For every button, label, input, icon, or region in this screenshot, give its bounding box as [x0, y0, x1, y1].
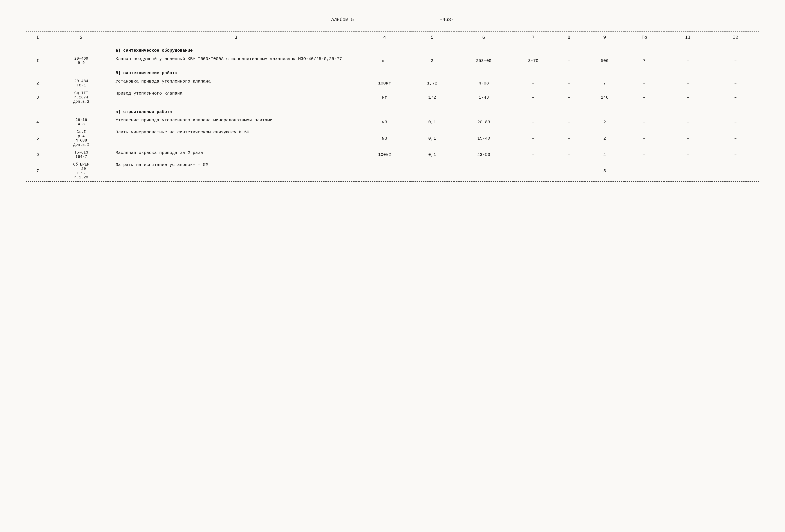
- section-b-num: [26, 67, 50, 77]
- row6-col8: –: [553, 149, 585, 160]
- row2-col5: 1,72: [410, 77, 454, 89]
- row7-col9: 5: [585, 160, 625, 181]
- row4-col6: 20-83: [454, 116, 513, 128]
- page-header: Альбом 5 -463-: [26, 17, 759, 23]
- row2-col4: 100кг: [359, 77, 410, 89]
- row4-col7: –: [513, 116, 553, 128]
- row4-col8: –: [553, 116, 585, 128]
- row1-col12: –: [712, 55, 759, 67]
- page-number: -463-: [440, 17, 454, 23]
- row6-col6: 43-50: [454, 149, 513, 160]
- col-header-9: 9: [585, 31, 625, 44]
- data-row-3: 3 Сщ.III п.2674 Доп.в.2 Привод утепленно…: [26, 89, 759, 105]
- row7-code: Сб.ЕРЕР – 20 т.ч. п.1.20: [50, 160, 113, 181]
- row3-col7: –: [513, 89, 553, 105]
- col-header-4: 4: [359, 31, 410, 44]
- row5-col9: 2: [585, 128, 625, 149]
- row5-num: 5: [26, 128, 50, 149]
- row3-col4: кг: [359, 89, 410, 105]
- row1-col5: 2: [410, 55, 454, 67]
- row7-col7: –: [513, 160, 553, 181]
- row6-code: I5-6I3 I64-7: [50, 149, 113, 160]
- section-c-code: [50, 105, 113, 116]
- row5-col12: –: [712, 128, 759, 149]
- row2-desc: Установка привода утепленного клапана: [113, 77, 359, 89]
- row3-desc: Привод утепленного клапана: [113, 89, 359, 105]
- data-row-5: 5 Сщ.I р.4 п.688 Доп.в.I Плиты минералов…: [26, 128, 759, 149]
- data-row-4: 4 26-16 4-3 Утепление привода утепленног…: [26, 116, 759, 128]
- row6-desc: Масляная окраска привода за 2 раза: [113, 149, 359, 160]
- row5-col8: –: [553, 128, 585, 149]
- data-row-2: 2 20-484 ТО-1 Установка привода утепленн…: [26, 77, 759, 89]
- row4-col10: –: [625, 116, 664, 128]
- row1-desc: Клапан воздушный утепленный КВУ I600×I00…: [113, 55, 359, 67]
- row4-num: 4: [26, 116, 50, 128]
- row5-col7: –: [513, 128, 553, 149]
- row6-num: 6: [26, 149, 50, 160]
- row7-col11: –: [664, 160, 712, 181]
- col-header-5: 5: [410, 31, 454, 44]
- row2-num: 2: [26, 77, 50, 89]
- row3-col12: –: [712, 89, 759, 105]
- row5-col11: –: [664, 128, 712, 149]
- row2-col7: –: [513, 77, 553, 89]
- row5-col10: –: [625, 128, 664, 149]
- col-header-7: 7: [513, 31, 553, 44]
- col-header-2: 2: [50, 31, 113, 44]
- row7-num: 7: [26, 160, 50, 181]
- column-header-row: I 2 3 4 5 6 7 8 9 То II I2: [26, 31, 759, 44]
- col-header-8: 8: [553, 31, 585, 44]
- col-header-10: То: [625, 31, 664, 44]
- row7-col12: –: [712, 160, 759, 181]
- row6-col4: 100м2: [359, 149, 410, 160]
- main-table-container: I 2 3 4 5 6 7 8 9 То II I2: [26, 31, 759, 182]
- row1-num: I: [26, 55, 50, 67]
- row7-col10: –: [625, 160, 664, 181]
- section-c-row: в) строительные работы: [26, 105, 759, 116]
- row4-col9: 2: [585, 116, 625, 128]
- row5-code: Сщ.I р.4 п.688 Доп.в.I: [50, 128, 113, 149]
- row1-col6: 253-00: [454, 55, 513, 67]
- row2-col9: 7: [585, 77, 625, 89]
- row5-col5: 0,1: [410, 128, 454, 149]
- row1-col11: –: [664, 55, 712, 67]
- row4-col4: м3: [359, 116, 410, 128]
- row4-code: 26-16 4-3: [50, 116, 113, 128]
- row6-col12: –: [712, 149, 759, 160]
- col-header-6: 6: [454, 31, 513, 44]
- row4-col5: 0,1: [410, 116, 454, 128]
- row2-col8: –: [553, 77, 585, 89]
- row2-code: 20-484 ТО-1: [50, 77, 113, 89]
- row3-code: Сщ.III п.2674 Доп.в.2: [50, 89, 113, 105]
- row3-col9: 246: [585, 89, 625, 105]
- row3-col5: 172: [410, 89, 454, 105]
- row5-desc: Плиты минераловатные на синтетическом св…: [113, 128, 359, 149]
- section-b-code: [50, 67, 113, 77]
- col-header-1: I: [26, 31, 50, 44]
- row5-col4: м3: [359, 128, 410, 149]
- row2-col11: –: [664, 77, 712, 89]
- section-c-num: [26, 105, 50, 116]
- row6-col10: –: [625, 149, 664, 160]
- row1-col9: 506: [585, 55, 625, 67]
- col-header-3: 3: [113, 31, 359, 44]
- row7-col4: –: [359, 160, 410, 181]
- col-header-12: I2: [712, 31, 759, 44]
- row1-code: 20–469 9–9: [50, 55, 113, 67]
- row6-col7: –: [513, 149, 553, 160]
- row1-col10: 7: [625, 55, 664, 67]
- row6-col11: –: [664, 149, 712, 160]
- row4-col11: –: [664, 116, 712, 128]
- section-a-label: а) сантехническое оборудование: [113, 44, 359, 55]
- row3-col6: 1-43: [454, 89, 513, 105]
- row7-col6: –: [454, 160, 513, 181]
- data-row-1: I 20–469 9–9 Клапан воздушный утепленный…: [26, 55, 759, 67]
- col-header-11: II: [664, 31, 712, 44]
- data-row-7: 7 Сб.ЕРЕР – 20 т.ч. п.1.20 Затраты на ис…: [26, 160, 759, 181]
- row7-col8: –: [553, 160, 585, 181]
- main-table: I 2 3 4 5 6 7 8 9 То II I2: [26, 31, 759, 182]
- section-a-num: [26, 44, 50, 55]
- row4-desc: Утепление привода утепленного клапана ми…: [113, 116, 359, 128]
- row1-col4: шт: [359, 55, 410, 67]
- section-a-code: [50, 44, 113, 55]
